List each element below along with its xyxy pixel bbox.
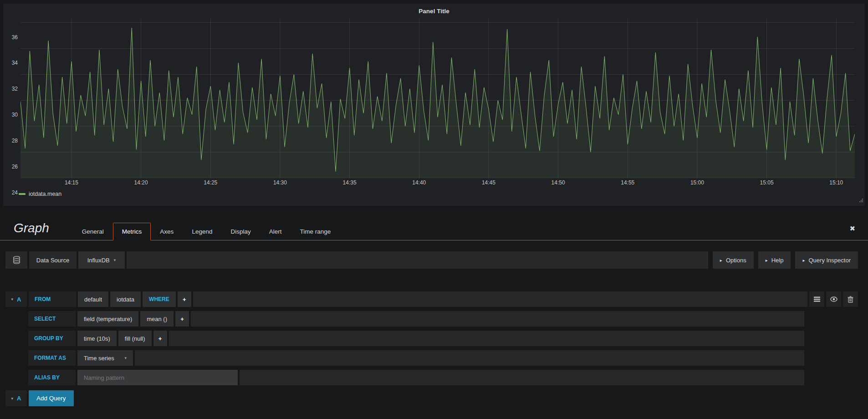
editor-header: Graph General Metrics Axes Legend Displa… <box>0 213 868 240</box>
close-icon[interactable]: ✖ <box>849 225 855 240</box>
x-tick-label: 15:10 <box>829 179 843 186</box>
select-field-part[interactable]: field (temperature) <box>77 311 138 327</box>
row-filler <box>191 311 804 327</box>
hamburger-icon <box>814 296 820 302</box>
eye-icon <box>830 296 837 302</box>
query-editor: ▾ A FROM default iotdata WHERE + <box>5 291 858 406</box>
y-tick-label: 32 <box>3 86 18 92</box>
x-tick-label: 14:50 <box>551 179 565 186</box>
panel-title: Panel Title <box>3 4 865 19</box>
tab-legend[interactable]: Legend <box>183 223 221 240</box>
alias-by-keyword: ALIAS BY <box>28 370 76 385</box>
row-filler <box>240 370 804 385</box>
select-mean-part[interactable]: mean () <box>140 311 174 327</box>
panel-resize-handle[interactable] <box>859 196 863 204</box>
y-tick-label: 28 <box>3 138 18 144</box>
x-tick-label: 15:05 <box>760 179 774 186</box>
x-tick-label: 14:35 <box>343 179 357 186</box>
disclosure-icon: ▸ <box>720 258 722 263</box>
datasource-select[interactable]: InfluxDB ▾ <box>78 251 125 269</box>
group-by-keyword: GROUP BY <box>28 331 76 346</box>
disclosure-icon: ▸ <box>802 258 805 263</box>
add-query-button[interactable]: Add Query <box>29 390 74 406</box>
query-menu-button[interactable] <box>809 291 824 307</box>
x-tick-label: 14:15 <box>65 179 78 186</box>
add-query-row: ▾ A Add Query <box>5 390 858 406</box>
format-as-keyword: FORMAT AS <box>28 350 76 366</box>
x-tick-label: 14:40 <box>412 179 426 186</box>
query-inspector-button[interactable]: ▸ Query Inspector <box>795 251 858 269</box>
from-keyword: FROM <box>29 291 76 307</box>
editor-body: Data Source InfluxDB ▾ ▸ Options ▸ Help … <box>0 251 868 406</box>
chevron-down-icon: ▾ <box>124 356 127 360</box>
x-tick-label: 14:55 <box>621 179 634 186</box>
tab-alert[interactable]: Alert <box>260 223 291 240</box>
x-tick-label: 14:30 <box>273 179 287 186</box>
query-collapse-toggle[interactable]: ▾ A <box>5 291 27 307</box>
chevron-down-icon: ▾ <box>11 297 14 301</box>
tab-time-range[interactable]: Time range <box>291 223 340 240</box>
x-tick-label: 14:25 <box>204 179 217 186</box>
graph-panel: Panel Title 24262830323436 14:1514:2014:… <box>3 4 865 206</box>
y-tick-label: 24 <box>3 189 18 196</box>
query-ref-id: A <box>17 395 21 402</box>
plot-area: 24262830323436 14:1514:2014:2514:3014:35… <box>20 19 855 189</box>
chart-legend: iotdata.mean <box>19 191 865 197</box>
y-tick-label: 26 <box>3 164 18 170</box>
timeseries-chart[interactable] <box>20 19 855 178</box>
options-button[interactable]: ▸ Options <box>713 251 754 269</box>
group-by-time-part[interactable]: time (10s) <box>77 331 117 346</box>
query-collapse-toggle[interactable]: ▾ A <box>5 390 27 406</box>
group-by-fill-part[interactable]: fill (null) <box>118 331 152 346</box>
tab-display[interactable]: Display <box>221 223 260 240</box>
query-row-format-as: FORMAT AS Time series ▾ <box>28 350 804 366</box>
panel-editor: Graph General Metrics Axes Legend Displa… <box>0 213 868 406</box>
query-row-group-by: GROUP BY time (10s) fill (null) + <box>28 331 804 346</box>
query-row-select: SELECT field (temperature) mean () + <box>28 311 804 327</box>
chevron-down-icon: ▾ <box>114 258 116 262</box>
query-row-from: ▾ A FROM default iotdata WHERE + <box>5 291 858 307</box>
tab-general[interactable]: General <box>73 223 113 240</box>
query-delete-button[interactable] <box>843 291 858 307</box>
legend-series-label[interactable]: iotdata.mean <box>29 191 61 197</box>
x-tick-label: 14:45 <box>482 179 495 186</box>
chevron-down-icon: ▾ <box>11 396 14 401</box>
format-as-select[interactable]: Time series ▾ <box>77 350 133 366</box>
tab-metrics[interactable]: Metrics <box>113 223 151 240</box>
from-measurement-part[interactable]: iotdata <box>110 291 141 307</box>
y-tick-label: 30 <box>3 112 18 118</box>
select-keyword: SELECT <box>28 311 76 327</box>
row-filler <box>135 350 804 366</box>
row-filler <box>193 291 807 307</box>
datasource-row-filler <box>127 251 708 269</box>
editor-tabs: General Metrics Axes Legend Display Aler… <box>73 223 340 240</box>
from-policy-part[interactable]: default <box>78 291 108 307</box>
datasource-label: Data Source <box>29 251 77 269</box>
x-tick-label: 14:20 <box>134 179 148 186</box>
legend-swatch-icon <box>19 193 26 195</box>
database-icon <box>5 251 27 269</box>
x-tick-label: 15:00 <box>690 179 704 186</box>
add-select-part-button[interactable]: + <box>175 311 189 327</box>
help-button[interactable]: ▸ Help <box>758 251 791 269</box>
disclosure-icon: ▸ <box>766 258 768 263</box>
tab-axes[interactable]: Axes <box>151 223 183 240</box>
y-tick-label: 36 <box>3 34 18 41</box>
add-where-clause-button[interactable]: + <box>178 291 191 307</box>
query-ref-id: A <box>17 296 21 303</box>
alias-by-input[interactable] <box>77 370 238 385</box>
y-tick-label: 34 <box>3 60 18 66</box>
add-group-by-part-button[interactable]: + <box>153 331 167 346</box>
x-axis-labels: 14:1514:2014:2514:3014:3514:4014:4514:50… <box>20 179 855 189</box>
datasource-row: Data Source InfluxDB ▾ ▸ Options ▸ Help … <box>5 251 858 269</box>
query-toggle-visibility-button[interactable] <box>826 291 841 307</box>
where-keyword: WHERE <box>143 291 176 307</box>
trash-icon <box>848 296 853 303</box>
editor-panel-type-title: Graph <box>14 221 49 240</box>
query-row-alias-by: ALIAS BY <box>28 370 804 385</box>
row-filler <box>169 331 804 346</box>
